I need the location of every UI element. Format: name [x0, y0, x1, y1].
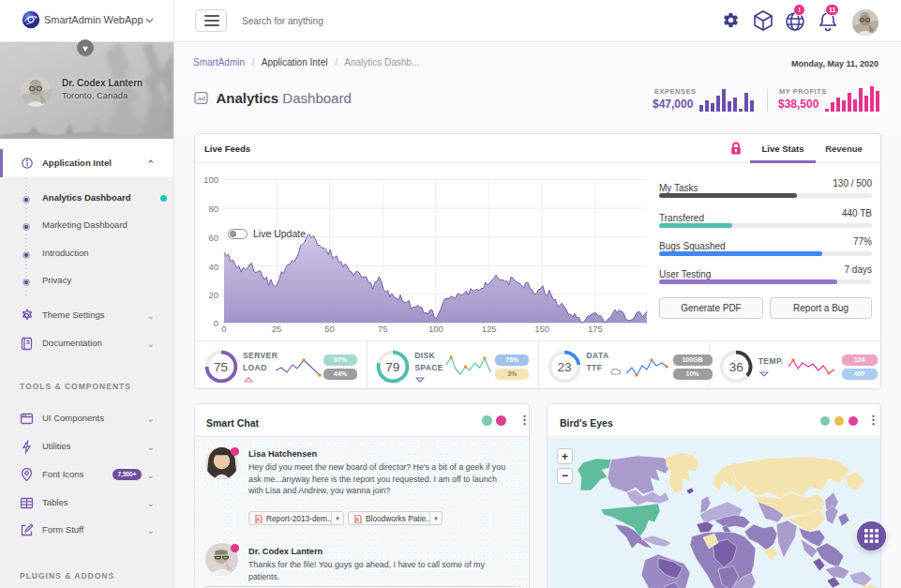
svg-text:0: 0	[214, 318, 218, 328]
svg-text:50: 50	[324, 324, 335, 334]
svg-text:100: 100	[203, 174, 218, 185]
svg-text:75: 75	[378, 324, 388, 334]
svg-text:175: 175	[588, 324, 603, 334]
svg-text:0: 0	[221, 324, 226, 334]
svg-text:20: 20	[208, 290, 218, 300]
svg-text:125: 125	[482, 324, 497, 334]
svg-text:A: A	[256, 517, 260, 522]
svg-text:60: 60	[208, 233, 218, 243]
svg-text:100: 100	[428, 324, 443, 334]
svg-text:80: 80	[208, 204, 218, 214]
svg-text:25: 25	[272, 324, 282, 334]
svg-text:150: 150	[534, 324, 549, 334]
svg-text:A: A	[355, 517, 359, 522]
svg-text:40: 40	[208, 262, 218, 272]
